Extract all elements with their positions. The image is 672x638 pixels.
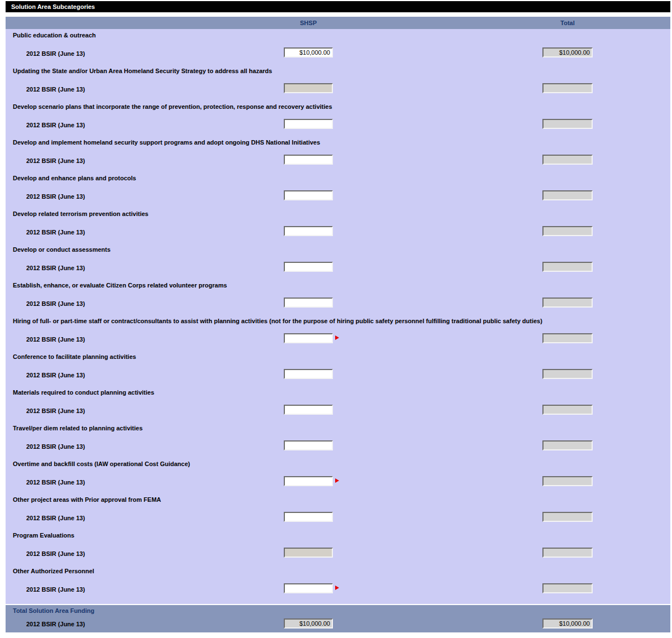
required-flag-icon xyxy=(335,478,339,483)
total-amount-output xyxy=(542,298,593,308)
shsp-amount-input[interactable] xyxy=(284,298,333,308)
required-flag-icon xyxy=(335,586,339,590)
required-flag-icon xyxy=(335,335,339,340)
row-label: 2012 BSIR (June 13) xyxy=(26,50,85,57)
shsp-total-output xyxy=(284,618,333,629)
total-amount-output xyxy=(542,512,593,522)
column-header-shsp: SHSP xyxy=(284,17,333,29)
subcategory-block: Conference to facilitate planning activi… xyxy=(6,351,670,386)
total-amount-output xyxy=(542,476,593,486)
total-amount-output xyxy=(542,83,593,93)
subcategory-block: Other Authorized Personnel 2012 BSIR (Ju… xyxy=(6,565,670,601)
total-amount-output xyxy=(542,548,593,558)
row-label: 2012 BSIR (June 13) xyxy=(26,122,85,128)
subcategory-block: Travel/per diem related to planning acti… xyxy=(6,422,670,458)
row-label: 2012 BSIR (June 13) xyxy=(26,157,85,164)
subcategory-block: Develop and enhance plans and protocols … xyxy=(6,172,670,208)
subcategory-block: Other project areas with Prior approval … xyxy=(6,493,670,529)
row-label: 2012 BSIR (June 13) xyxy=(26,550,85,557)
category-label: Develop related terrorism prevention act… xyxy=(13,210,149,217)
column-header-total: Total xyxy=(542,17,593,29)
shsp-amount-input[interactable] xyxy=(284,226,333,236)
shsp-amount-input[interactable] xyxy=(284,190,333,200)
shsp-amount-input[interactable] xyxy=(284,333,333,343)
row-label: 2012 BSIR (June 13) xyxy=(26,193,85,200)
category-label: Hiring of full- or part-time staff or co… xyxy=(13,318,542,324)
category-label: Travel/per diem related to planning acti… xyxy=(13,425,142,431)
shsp-amount-input[interactable] xyxy=(284,583,333,593)
shsp-amount-input[interactable] xyxy=(284,369,333,379)
category-label: Develop scenario plans that incorporate … xyxy=(13,103,332,110)
shsp-amount-input xyxy=(284,548,333,558)
total-amount-output xyxy=(542,155,593,165)
subcategory-block: Overtime and backfill costs (IAW operati… xyxy=(6,458,670,493)
shsp-amount-input xyxy=(284,83,333,93)
subcategory-block: Develop scenario plans that incorporate … xyxy=(6,100,670,136)
category-label: Public education & outreach xyxy=(13,32,96,39)
row-label: 2012 BSIR (June 13) xyxy=(26,229,85,236)
row-label: 2012 BSIR (June 13) xyxy=(26,300,85,307)
total-funding-label: Total Solution Area Funding xyxy=(13,607,94,614)
shsp-amount-input[interactable] xyxy=(284,440,333,450)
subcategory-block: Hiring of full- or part-time staff or co… xyxy=(6,315,670,351)
row-label: 2012 BSIR (June 13) xyxy=(26,336,85,343)
row-label: 2012 BSIR (June 13) xyxy=(26,86,85,93)
total-funding-section: Total Solution Area Funding 2012 BSIR (J… xyxy=(6,605,670,632)
grand-total-output xyxy=(542,618,593,629)
category-label: Other project areas with Prior approval … xyxy=(13,496,161,503)
category-label: Program Evaluations xyxy=(13,532,74,539)
total-amount-output xyxy=(542,119,593,129)
total-amount-output xyxy=(542,262,593,272)
total-amount-output xyxy=(542,47,593,57)
row-label: 2012 BSIR (June 13) xyxy=(26,407,85,414)
row-label: 2012 BSIR (June 13) xyxy=(26,515,85,521)
total-amount-output xyxy=(542,440,593,450)
category-label: Develop or conduct assessments xyxy=(13,246,111,253)
subcategory-block: Public education & outreach 2012 BSIR (J… xyxy=(6,29,670,65)
shsp-amount-input[interactable] xyxy=(284,262,333,272)
row-label: 2012 BSIR (June 13) xyxy=(26,586,85,593)
row-label: 2012 BSIR (June 13) xyxy=(26,621,85,627)
subcategory-list: Public education & outreach 2012 BSIR (J… xyxy=(6,29,670,604)
shsp-amount-input[interactable] xyxy=(284,476,333,486)
subcategory-block: Updating the State and/or Urban Area Hom… xyxy=(6,65,670,100)
category-label: Develop and enhance plans and protocols xyxy=(13,175,136,181)
panel-title: Solution Area Subcategories xyxy=(11,3,95,10)
shsp-amount-input[interactable] xyxy=(284,512,333,522)
category-label: Develop and implement homeland security … xyxy=(13,139,320,146)
spacer xyxy=(6,12,670,17)
total-amount-output xyxy=(542,405,593,415)
category-label: Overtime and backfill costs (IAW operati… xyxy=(13,460,190,467)
total-amount-output xyxy=(542,369,593,379)
solution-area-panel: Solution Area Subcategories SHSP Total P… xyxy=(6,1,670,632)
subcategory-block: Materials required to conduct planning a… xyxy=(6,386,670,422)
row-label: 2012 BSIR (June 13) xyxy=(26,479,85,486)
subcategory-block: Develop and implement homeland security … xyxy=(6,136,670,172)
total-amount-output xyxy=(542,226,593,236)
column-header-row: SHSP Total xyxy=(6,17,670,29)
shsp-amount-input[interactable] xyxy=(284,405,333,415)
shsp-amount-input[interactable] xyxy=(284,47,333,57)
total-amount-output xyxy=(542,333,593,343)
subcategory-block: Develop related terrorism prevention act… xyxy=(6,208,670,243)
subcategory-block: Program Evaluations 2012 BSIR (June 13) xyxy=(6,529,670,565)
shsp-amount-input[interactable] xyxy=(284,155,333,165)
category-label: Conference to facilitate planning activi… xyxy=(13,353,136,360)
total-amount-output xyxy=(542,583,593,593)
total-amount-output xyxy=(542,190,593,200)
subcategory-block: Establish, enhance, or evaluate Citizen … xyxy=(6,279,670,315)
row-label: 2012 BSIR (June 13) xyxy=(26,265,85,271)
category-label: Updating the State and/or Urban Area Hom… xyxy=(13,68,272,74)
category-label: Materials required to conduct planning a… xyxy=(13,389,154,396)
shsp-amount-input[interactable] xyxy=(284,119,333,129)
subcategory-block: Develop or conduct assessments 2012 BSIR… xyxy=(6,243,670,279)
category-label: Other Authorized Personnel xyxy=(13,568,94,574)
panel-title-bar: Solution Area Subcategories xyxy=(6,1,670,12)
category-label: Establish, enhance, or evaluate Citizen … xyxy=(13,282,227,289)
row-label: 2012 BSIR (June 13) xyxy=(26,443,85,450)
row-label: 2012 BSIR (June 13) xyxy=(26,372,85,378)
